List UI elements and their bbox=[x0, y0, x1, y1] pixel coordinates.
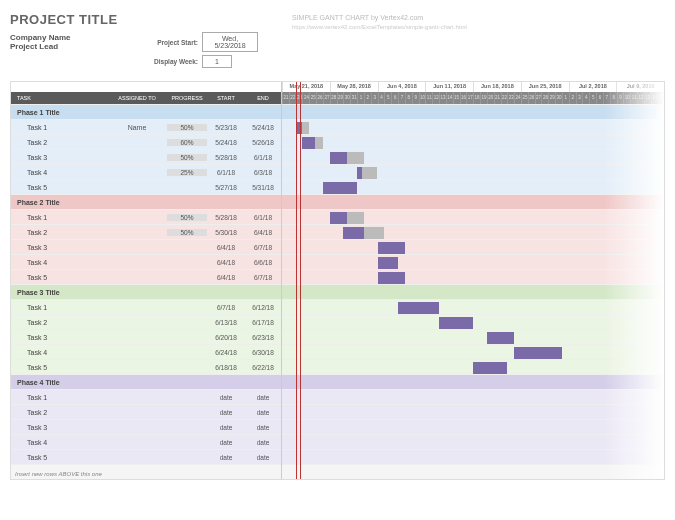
day-header: 2 bbox=[569, 92, 576, 104]
gantt-bar bbox=[487, 332, 514, 344]
gantt-row bbox=[282, 449, 664, 464]
day-header: 2 bbox=[364, 92, 371, 104]
day-header: 24 bbox=[514, 92, 521, 104]
task-row[interactable]: Task 1Name50%5/23/185/24/18 bbox=[11, 119, 281, 134]
day-header: 21 bbox=[282, 92, 289, 104]
display-week-input[interactable]: 1 bbox=[202, 55, 232, 68]
gantt-row bbox=[282, 239, 664, 254]
gantt-row bbox=[282, 299, 664, 314]
day-header: 25 bbox=[309, 92, 316, 104]
gantt-bar bbox=[378, 272, 405, 284]
phase-header[interactable]: Phase 1 Title bbox=[11, 104, 281, 119]
day-header: 30 bbox=[343, 92, 350, 104]
day-header: 13 bbox=[644, 92, 651, 104]
task-row[interactable]: Task 36/4/186/7/18 bbox=[11, 239, 281, 254]
day-header: 7 bbox=[398, 92, 405, 104]
gantt-row bbox=[282, 134, 664, 149]
gantt-row bbox=[282, 404, 664, 419]
day-header: 3 bbox=[576, 92, 583, 104]
task-row[interactable]: Task 425%6/1/186/3/18 bbox=[11, 164, 281, 179]
day-header: 13 bbox=[439, 92, 446, 104]
day-header: 16 bbox=[460, 92, 467, 104]
day-header: 12 bbox=[432, 92, 439, 104]
task-row[interactable]: Task 56/18/186/22/18 bbox=[11, 359, 281, 374]
day-header: 30 bbox=[555, 92, 562, 104]
timeline: May 21, 2018May 28, 2018Jun 4, 2018Jun 1… bbox=[281, 82, 664, 479]
task-row[interactable]: Task 4datedate bbox=[11, 434, 281, 449]
day-header: 18 bbox=[473, 92, 480, 104]
day-header: 19 bbox=[480, 92, 487, 104]
task-row[interactable]: Task 56/4/186/7/18 bbox=[11, 269, 281, 284]
day-header: 29 bbox=[337, 92, 344, 104]
task-row[interactable]: Task 1datedate bbox=[11, 389, 281, 404]
column-header-row: TASK ASSIGNED TO PROGRESS START END bbox=[11, 92, 281, 104]
day-header: 3 bbox=[371, 92, 378, 104]
day-header: 6 bbox=[391, 92, 398, 104]
project-lead: Project Lead bbox=[10, 42, 665, 51]
day-header: 5 bbox=[589, 92, 596, 104]
day-header: 15 bbox=[658, 92, 665, 104]
gantt-bar bbox=[514, 347, 562, 359]
gantt-bar-progress bbox=[343, 227, 363, 239]
col-task: TASK bbox=[11, 95, 107, 101]
gantt-bar bbox=[378, 257, 398, 269]
task-row[interactable]: Task 2datedate bbox=[11, 404, 281, 419]
gantt-row bbox=[282, 419, 664, 434]
day-header: 12 bbox=[637, 92, 644, 104]
task-row[interactable]: Task 26/13/186/17/18 bbox=[11, 314, 281, 329]
gantt-row bbox=[282, 209, 664, 224]
task-row[interactable]: Task 250%5/30/186/4/18 bbox=[11, 224, 281, 239]
day-header: 15 bbox=[453, 92, 460, 104]
task-row[interactable]: Task 260%5/24/185/26/18 bbox=[11, 134, 281, 149]
day-header: 27 bbox=[323, 92, 330, 104]
task-row[interactable]: Task 150%5/28/186/1/18 bbox=[11, 209, 281, 224]
day-header: 28 bbox=[330, 92, 337, 104]
task-table: TASK ASSIGNED TO PROGRESS START END Phas… bbox=[11, 82, 281, 479]
day-header: 29 bbox=[548, 92, 555, 104]
display-week-label: Display Week: bbox=[150, 58, 198, 65]
col-assigned: ASSIGNED TO bbox=[107, 95, 167, 101]
day-header: 28 bbox=[541, 92, 548, 104]
gantt-bar-progress bbox=[357, 167, 362, 179]
week-header: May 28, 2018 bbox=[330, 82, 378, 92]
task-row[interactable]: Task 350%5/28/186/1/18 bbox=[11, 149, 281, 164]
gantt-row bbox=[282, 119, 664, 134]
task-row[interactable]: Task 5datedate bbox=[11, 449, 281, 464]
task-row[interactable]: Task 16/7/186/12/18 bbox=[11, 299, 281, 314]
day-header: 1 bbox=[357, 92, 364, 104]
day-header: 11 bbox=[425, 92, 432, 104]
day-header: 6 bbox=[596, 92, 603, 104]
day-header: 9 bbox=[412, 92, 419, 104]
day-header: 4 bbox=[582, 92, 589, 104]
footer-row: Insert new rows ABOVE this one bbox=[11, 464, 281, 479]
gantt-bar bbox=[323, 182, 357, 194]
day-header: 25 bbox=[521, 92, 528, 104]
day-header: 7 bbox=[603, 92, 610, 104]
task-row[interactable]: Task 3datedate bbox=[11, 419, 281, 434]
week-header: Jun 4, 2018 bbox=[378, 82, 426, 92]
day-header: 14 bbox=[651, 92, 658, 104]
task-row[interactable]: Task 55/27/185/31/18 bbox=[11, 179, 281, 194]
gantt-grid: TASK ASSIGNED TO PROGRESS START END Phas… bbox=[10, 81, 665, 480]
gantt-row bbox=[282, 164, 664, 179]
week-header: May 21, 2018 bbox=[282, 82, 330, 92]
col-start: START bbox=[207, 95, 245, 101]
gantt-row bbox=[282, 149, 664, 164]
day-header: 1 bbox=[562, 92, 569, 104]
task-row[interactable]: Task 46/4/186/6/18 bbox=[11, 254, 281, 269]
gantt-row bbox=[282, 269, 664, 284]
project-start-input[interactable]: Wed, 5/23/2018 bbox=[202, 32, 258, 52]
template-link: https://www.vertex42.com/ExcelTemplates/… bbox=[292, 24, 467, 30]
day-header: 14 bbox=[446, 92, 453, 104]
week-header: Jun 11, 2018 bbox=[425, 82, 473, 92]
day-header: 24 bbox=[302, 92, 309, 104]
phase-header[interactable]: Phase 3 Title bbox=[11, 284, 281, 299]
week-header: Jun 18, 2018 bbox=[473, 82, 521, 92]
project-start-label: Project Start: bbox=[150, 39, 198, 46]
gantt-bar bbox=[439, 317, 473, 329]
task-row[interactable]: Task 36/20/186/23/18 bbox=[11, 329, 281, 344]
task-row[interactable]: Task 46/24/186/30/18 bbox=[11, 344, 281, 359]
phase-header[interactable]: Phase 4 Title bbox=[11, 374, 281, 389]
gantt-bar-progress bbox=[330, 212, 347, 224]
phase-header[interactable]: Phase 2 Title bbox=[11, 194, 281, 209]
